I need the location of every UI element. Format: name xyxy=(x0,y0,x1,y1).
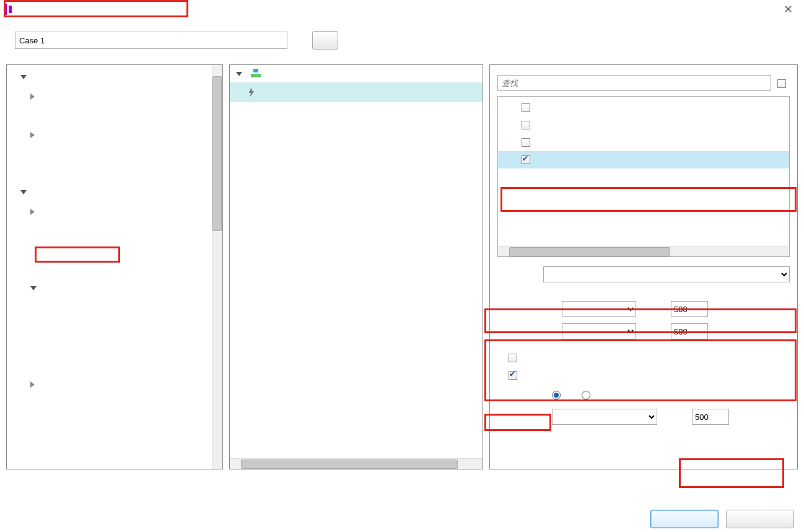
cancel-button[interactable] xyxy=(726,510,794,528)
lightning-icon xyxy=(247,87,256,97)
tree-open-in-frame[interactable] xyxy=(7,125,222,144)
tree-scroll-to[interactable] xyxy=(7,144,222,164)
list-item-crawl[interactable] xyxy=(498,151,789,168)
case-name-input[interactable] xyxy=(15,32,287,49)
radio-right[interactable] xyxy=(582,390,593,399)
list-item-current[interactable] xyxy=(498,99,789,116)
tree-close-window[interactable] xyxy=(7,106,222,125)
title-bar: ✕ xyxy=(0,0,804,19)
list-item-spray[interactable] xyxy=(498,116,789,134)
list-scrollbar-h[interactable] xyxy=(498,246,789,256)
scrollbar-vertical[interactable] xyxy=(212,65,222,469)
action-row[interactable] xyxy=(230,82,483,102)
tree-open-link[interactable] xyxy=(7,87,222,106)
tree-adaptive-view[interactable] xyxy=(7,164,222,183)
tree-show-hide[interactable] xyxy=(7,202,222,221)
tree-set-text[interactable] xyxy=(7,240,222,259)
panel-list xyxy=(497,96,790,257)
close-icon[interactable]: ✕ xyxy=(779,0,798,19)
tree-set-selected[interactable] xyxy=(7,279,222,298)
add-action-panel xyxy=(6,64,223,469)
push-time-input[interactable] xyxy=(692,409,729,425)
tree-move[interactable] xyxy=(7,394,222,413)
enter-anim-dropdown[interactable] xyxy=(562,301,636,317)
case-icon xyxy=(251,69,261,79)
radio-below[interactable] xyxy=(552,390,563,399)
enter-time-input[interactable] xyxy=(671,301,708,317)
scrollbar-horizontal[interactable] xyxy=(230,458,483,469)
tree-set-panel-state[interactable] xyxy=(7,221,222,240)
search-input[interactable] xyxy=(497,75,771,91)
hide-unnamed-checkbox[interactable] xyxy=(777,78,790,88)
configure-action-panel xyxy=(489,64,798,469)
tree-rotate[interactable] xyxy=(7,413,222,432)
add-condition-button[interactable] xyxy=(312,31,338,50)
push-anim-dropdown[interactable] xyxy=(552,409,657,425)
tree-select[interactable] xyxy=(7,298,222,317)
tree-toggle-select[interactable] xyxy=(7,336,222,355)
config-title xyxy=(490,65,797,75)
tree-set-image[interactable] xyxy=(7,259,222,279)
tree-set-size[interactable] xyxy=(7,432,222,451)
select-state-dropdown[interactable] xyxy=(543,266,790,282)
organize-action-panel xyxy=(229,64,483,469)
push-pull-checkbox[interactable] xyxy=(497,370,521,380)
tree-set-list-selected[interactable] xyxy=(7,355,222,375)
list-item-despise[interactable] xyxy=(498,134,789,151)
case-row[interactable] xyxy=(230,65,483,82)
tree-enable-disable[interactable] xyxy=(7,375,222,394)
exit-anim-dropdown[interactable] xyxy=(562,323,636,339)
ok-button[interactable] xyxy=(650,510,719,528)
show-if-hidden-checkbox[interactable] xyxy=(497,352,521,362)
tree-unselect[interactable] xyxy=(7,317,222,336)
tree-group-links[interactable] xyxy=(7,68,222,87)
exit-time-input[interactable] xyxy=(671,323,708,339)
tree-front-back[interactable] xyxy=(7,451,222,469)
tree-group-widgets[interactable] xyxy=(7,183,222,202)
app-icon xyxy=(4,4,15,15)
